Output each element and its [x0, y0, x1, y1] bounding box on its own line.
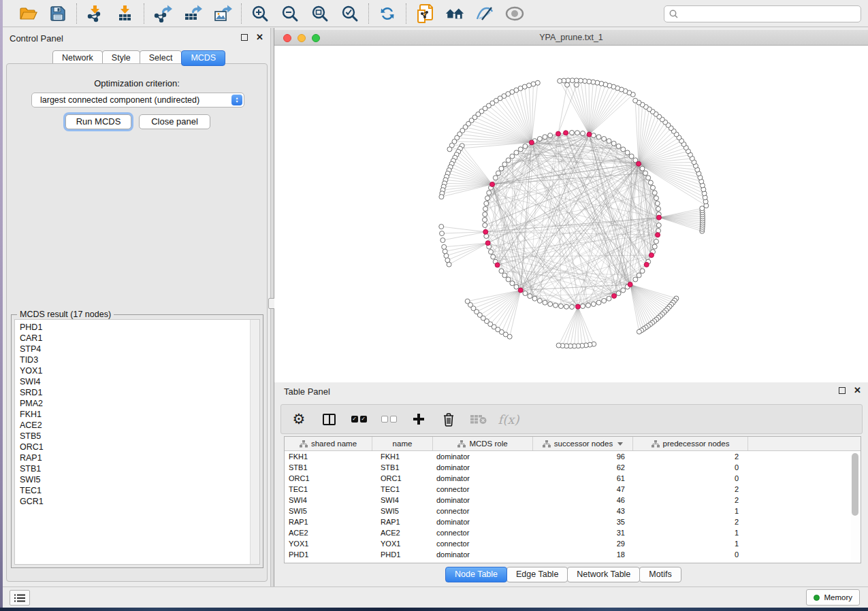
create-column-icon[interactable]: [411, 410, 427, 428]
table-row[interactable]: SWI5 SWI5 connector 43 1: [285, 506, 861, 516]
mcds-result-item[interactable]: SWI5: [20, 474, 259, 485]
search-box[interactable]: [664, 5, 861, 22]
hide-selected-icon[interactable]: [475, 4, 494, 23]
table-row[interactable]: FKH1 FKH1 dominator 96 2: [285, 451, 861, 462]
close-panel-icon[interactable]: ✕: [854, 387, 861, 394]
export-network-icon[interactable]: [153, 4, 172, 23]
mcds-result-item[interactable]: TEC1: [20, 485, 259, 496]
mcds-result-scrollbar[interactable]: [250, 320, 259, 564]
cell-name: RAP1: [372, 516, 433, 527]
attribute-type-icon: [457, 440, 466, 448]
table-row[interactable]: ORC1 ORC1 dominator 61 0: [285, 473, 861, 484]
column-header[interactable]: name: [372, 437, 433, 450]
cell-shared-name: YOX1: [285, 538, 372, 549]
table-panel-title: Table Panel: [284, 386, 330, 397]
mcds-result-item[interactable]: CAR1: [20, 333, 259, 344]
zoom-selected-icon[interactable]: [340, 4, 359, 23]
cell-mcds-role: dominator: [433, 451, 533, 462]
new-network-from-selection-icon[interactable]: [415, 4, 434, 23]
cell-name: SWI5: [372, 506, 433, 516]
zoom-fit-icon[interactable]: [310, 4, 329, 23]
run-mcds-button[interactable]: Run MCDS: [65, 114, 131, 129]
float-panel-icon[interactable]: [241, 34, 248, 41]
network-canvas[interactable]: [274, 46, 868, 382]
table-row[interactable]: TEC1 TEC1 connector 47 2: [285, 484, 861, 495]
table-row[interactable]: STB1 STB1 dominator 62 0: [285, 462, 861, 473]
cell-successor-nodes: 43: [533, 506, 633, 516]
select-all-columns-icon[interactable]: ✓✓: [351, 410, 367, 428]
mcds-result-item[interactable]: STB5: [20, 431, 259, 442]
import-table-icon[interactable]: [116, 4, 135, 23]
criterion-dropdown[interactable]: largest connected component (undirected)…: [31, 93, 244, 108]
main-toolbar: [3, 0, 868, 27]
mcds-result-item[interactable]: ORC1: [20, 442, 259, 452]
tab[interactable]: MCDS: [181, 50, 225, 66]
window-maximize-icon[interactable]: [312, 34, 320, 42]
table-row[interactable]: ACE2 ACE2 connector 31 1: [285, 527, 861, 538]
show-column-panel-icon[interactable]: [321, 410, 337, 428]
function-builder-icon: f(x): [500, 410, 517, 428]
close-panel-icon[interactable]: ✕: [256, 34, 263, 41]
mcds-result-list[interactable]: PHD1CAR1STP4TID3YOX1SWI4SRD1PMA2FKH1ACE2…: [14, 319, 260, 565]
mcds-result-item[interactable]: ACE2: [20, 420, 259, 431]
mcds-result-item[interactable]: SRD1: [20, 387, 259, 398]
node-table: shared name name MCDS role successor nod…: [284, 436, 861, 563]
export-table-icon[interactable]: [183, 4, 202, 23]
mcds-result-item[interactable]: STB1: [20, 463, 259, 474]
column-header[interactable]: shared name: [285, 437, 372, 450]
first-neighbors-icon[interactable]: [445, 4, 464, 23]
column-header[interactable]: MCDS role: [433, 437, 533, 450]
mcds-result-item[interactable]: RAP1: [20, 452, 259, 463]
table-row[interactable]: SWI4 SWI4 dominator 46 2: [285, 495, 861, 506]
table-scrollbar-thumb[interactable]: [852, 453, 858, 516]
tab[interactable]: Motifs: [639, 567, 681, 582]
network-window-titlebar: YPA_prune.txt_1: [274, 30, 868, 46]
import-network-icon[interactable]: [86, 4, 105, 23]
mcds-result-item[interactable]: PMA2: [20, 398, 259, 409]
column-header[interactable]: predecessor nodes: [633, 437, 748, 450]
table-scrollbar[interactable]: [851, 453, 859, 561]
cell-shared-name: FKH1: [285, 451, 372, 462]
delete-columns-icon[interactable]: [440, 410, 457, 428]
tab[interactable]: Node Table: [445, 567, 507, 582]
task-history-button[interactable]: [10, 590, 30, 606]
close-panel-button[interactable]: Close panel: [139, 114, 210, 129]
mcds-result-item[interactable]: SWI4: [20, 376, 259, 387]
column-header[interactable]: successor nodes: [533, 437, 633, 450]
tab-label: Motifs: [649, 569, 671, 579]
cell-mcds-role: dominator: [433, 462, 533, 473]
tab[interactable]: Edge Table: [507, 567, 568, 582]
export-image-icon[interactable]: [213, 4, 232, 23]
tab[interactable]: Network Table: [567, 567, 640, 582]
cell-shared-name: STB1: [285, 462, 372, 473]
cell-shared-name: RAP1: [285, 516, 372, 527]
attribute-type-icon: [300, 440, 308, 448]
cell-successor-nodes: 47: [533, 484, 633, 495]
memory-label: Memory: [824, 593, 852, 601]
mcds-result-item[interactable]: STP4: [20, 344, 259, 354]
mcds-result-item[interactable]: GCR1: [20, 496, 259, 507]
search-input[interactable]: [681, 10, 861, 19]
refresh-icon[interactable]: [378, 4, 397, 23]
float-panel-icon[interactable]: [839, 387, 846, 394]
deselect-all-columns-icon[interactable]: [381, 410, 397, 428]
window-close-icon[interactable]: [283, 34, 291, 42]
mcds-result-item[interactable]: YOX1: [20, 365, 259, 376]
open-session-icon[interactable]: [18, 4, 37, 23]
mcds-result-item[interactable]: TID3: [20, 354, 259, 365]
table-row[interactable]: RAP1 RAP1 dominator 35 2: [285, 516, 861, 527]
window-minimize-icon[interactable]: [298, 34, 306, 42]
zoom-in-icon[interactable]: [251, 4, 270, 23]
zoom-out-icon[interactable]: [280, 4, 300, 23]
show-all-icon[interactable]: [505, 4, 524, 23]
status-bar: Memory: [3, 587, 868, 608]
save-session-icon[interactable]: [48, 4, 67, 23]
mcds-result-item[interactable]: FKH1: [20, 409, 259, 420]
memory-button[interactable]: Memory: [806, 589, 860, 606]
table-row[interactable]: PHD1 PHD1 dominator 18 0: [285, 549, 861, 560]
table-settings-icon[interactable]: ⚙: [291, 410, 307, 428]
cell-shared-name: SWI4: [285, 495, 372, 506]
cell-successor-nodes: 31: [533, 527, 633, 538]
mcds-result-item[interactable]: PHD1: [20, 322, 259, 333]
table-row[interactable]: YOX1 YOX1 connector 29 1: [285, 538, 861, 549]
